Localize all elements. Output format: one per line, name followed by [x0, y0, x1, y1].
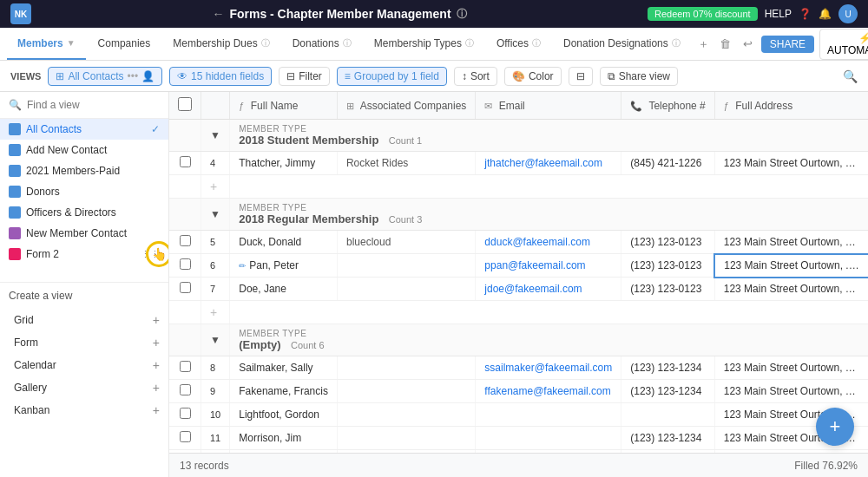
email-link[interactable]: jthatcher@fakeemail.com [484, 157, 602, 169]
search-btn[interactable]: 🔍 [843, 69, 858, 83]
sidebar-item-add-new-contact[interactable]: Add New Contact [0, 140, 168, 160]
group-expand[interactable]: ▼ [201, 324, 230, 356]
tab-donation-designations[interactable]: Donation Designations ⓘ [553, 28, 691, 60]
sidebar-item-2021-members[interactable]: 2021 Members-Paid [0, 160, 168, 181]
dots-icon: ••• [127, 70, 138, 82]
header-email[interactable]: ✉ Email [476, 92, 621, 120]
email-link[interactable]: ssailmaker@fakeemail.com [484, 362, 612, 374]
row-name-cell[interactable]: ✏Pan, Peter [230, 254, 338, 278]
tab-members[interactable]: Members ▼ [7, 28, 86, 60]
all-contacts-btn[interactable]: ⊞ All Contacts ••• 👤 [48, 67, 162, 86]
sidebar-search-area[interactable]: 🔍 [0, 92, 168, 119]
plus-icon-calendar[interactable]: + [153, 358, 160, 372]
create-kanban[interactable]: Kanban + [0, 399, 168, 421]
row-name-cell[interactable]: Thatcher, Jimmy [230, 152, 338, 175]
form2-label: Form 2 [26, 248, 59, 260]
history-icon[interactable]: ↩ [740, 37, 756, 50]
add-tab-button[interactable]: ＋ [693, 28, 714, 60]
cursor-indicator: 👆 [146, 241, 169, 267]
search-icon[interactable]: 🔍 [843, 69, 858, 83]
row-email-cell[interactable]: dduck@fakeemail.com [476, 231, 621, 254]
email-link[interactable]: ffakename@fakeemail.com [484, 385, 610, 397]
group-expand[interactable]: ▼ [201, 120, 230, 152]
add-row[interactable]: + [169, 301, 868, 324]
sort-btn[interactable]: ↕ Sort [454, 67, 497, 86]
add-icon[interactable]: + [201, 175, 230, 199]
create-gallery[interactable]: Gallery + [0, 376, 168, 399]
row-email-cell[interactable] [476, 427, 621, 450]
info-icon[interactable]: ⓘ [457, 7, 467, 22]
sidebar-item-new-member-contact[interactable]: New Member Contact [0, 223, 168, 244]
sidebar-item-all-contacts[interactable]: All Contacts ✓ [0, 119, 168, 140]
header-full-name[interactable]: ƒ Full Name [230, 92, 338, 120]
row-email-cell[interactable]: jdoe@fakeemail.com [476, 278, 621, 301]
automations-button[interactable]: ⚡ AUTOMATIONS [819, 29, 868, 60]
color-btn[interactable]: 🎨 Color [504, 67, 562, 86]
automations-label: AUTOMATIONS [827, 44, 868, 56]
row-email-cell[interactable] [476, 403, 621, 427]
row-name-cell[interactable]: Doe, Jane [230, 278, 338, 301]
row-checkbox[interactable] [180, 408, 191, 419]
trash-icon[interactable]: 🗑 [716, 37, 734, 50]
sidebar-item-form2[interactable]: Form 2 ⋮⋮ 👆 [0, 244, 168, 265]
col-label-companies: Associated Companies [360, 100, 467, 112]
filter-btn[interactable]: ⊟ Filter [279, 67, 330, 86]
share-view-btn[interactable]: ⧉ Share view [600, 67, 678, 86]
email-link[interactable]: ppan@fakeemail.com [484, 259, 585, 271]
row-email-cell[interactable]: jthatcher@fakeemail.com [476, 152, 621, 175]
row-checkbox[interactable] [180, 156, 191, 167]
tab-donations[interactable]: Donations ⓘ [282, 28, 362, 60]
grouped-btn[interactable]: ≡ Grouped by 1 field [337, 67, 447, 86]
help-icon[interactable]: ❓ [799, 8, 812, 20]
table-row: 4 Thatcher, Jimmy Rocket Rides jthatcher… [169, 152, 868, 175]
row-checkbox[interactable] [180, 431, 191, 442]
row-checkbox[interactable] [180, 384, 191, 395]
fab-button[interactable]: + [816, 408, 854, 446]
calendar-create-label: Calendar [14, 359, 56, 371]
plus-icon-grid[interactable]: + [153, 313, 160, 327]
sidebar-item-donors[interactable]: Donors [0, 181, 168, 202]
row-name-cell[interactable]: Fakename, Francis [230, 380, 338, 403]
plus-icon-form[interactable]: + [153, 336, 160, 350]
sidebar-search-input[interactable] [27, 99, 160, 111]
row-name-cell[interactable]: Lightfoot, Gordon [230, 403, 338, 427]
row-name-cell[interactable]: Sailmaker, Sally [230, 356, 338, 380]
redeem-button[interactable]: Redeem 07% discount [648, 7, 758, 21]
row-checkbox[interactable] [180, 361, 191, 372]
header-associated-companies[interactable]: ⊞ Associated Companies [337, 92, 475, 120]
email-link[interactable]: jdoe@fakeemail.com [484, 283, 582, 295]
header-full-address[interactable]: ƒ Full Address [714, 92, 868, 120]
create-form[interactable]: Form + [0, 331, 168, 354]
tab-offices[interactable]: Offices ⓘ [486, 28, 551, 60]
top-header: NK ← Forms - Chapter Member Management ⓘ… [0, 0, 868, 28]
add-icon[interactable]: + [201, 301, 230, 324]
add-row[interactable]: + [169, 175, 868, 199]
bell-icon[interactable]: 🔔 [819, 8, 832, 20]
row-email-cell[interactable]: ssailmaker@fakeemail.com [476, 356, 621, 380]
email-link[interactable]: dduck@fakeemail.com [484, 236, 590, 248]
tab-membership-types[interactable]: Membership Types ⓘ [364, 28, 484, 60]
create-calendar[interactable]: Calendar + [0, 354, 168, 376]
header-telephone[interactable]: 📞 Telephone # [621, 92, 715, 120]
tab-companies-label: Companies [98, 37, 151, 49]
row-email-cell[interactable]: ppan@fakeemail.com [476, 254, 621, 278]
row-email-cell[interactable]: ffakename@fakeemail.com [476, 380, 621, 403]
sidebar-item-officers[interactable]: Officers & Directors [0, 202, 168, 223]
row-name-cell[interactable]: Duck, Donald [230, 231, 338, 254]
row-checkbox[interactable] [180, 282, 191, 293]
avatar[interactable]: U [838, 4, 858, 23]
share-button[interactable]: SHARE [761, 36, 814, 53]
row-height-btn[interactable]: ⊟ [569, 67, 593, 86]
row-name-cell[interactable]: Morrison, Jim [230, 427, 338, 450]
select-all-checkbox[interactable] [178, 97, 192, 111]
back-arrow[interactable]: ← [212, 7, 224, 21]
row-checkbox[interactable] [180, 258, 191, 270]
create-grid[interactable]: Grid + [0, 309, 168, 331]
plus-icon-gallery[interactable]: + [153, 381, 160, 395]
tab-membership-dues[interactable]: Membership Dues ⓘ [162, 28, 279, 60]
group-expand[interactable]: ▼ [201, 199, 230, 231]
tab-companies[interactable]: Companies [88, 28, 161, 60]
row-checkbox[interactable] [180, 235, 191, 246]
hidden-fields-btn[interactable]: 👁 15 hidden fields [169, 67, 272, 86]
plus-icon-kanban[interactable]: + [153, 403, 160, 417]
